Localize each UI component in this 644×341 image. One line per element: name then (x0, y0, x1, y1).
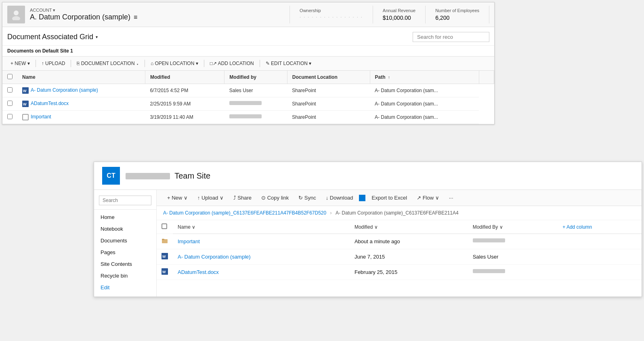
sp-table-row: WA- Datum Corporation (sample)June 7, 20… (157, 249, 642, 265)
sp-col-modified-by[interactable]: Modified By ∨ (468, 220, 558, 234)
col-path[interactable]: Path ↑ (370, 71, 479, 84)
row-modified: 2/25/2015 9:59 AM (145, 97, 224, 111)
sp-add-column[interactable]: + Add column (558, 220, 642, 234)
title-chevron-icon[interactable]: ▾ (96, 35, 98, 39)
sharepoint-panel: CT Team Site Home Notebook Documents Pag… (94, 162, 642, 297)
sp-search-area (94, 193, 156, 210)
account-info: ACCOUNT ▾ A. Datum Corporation (sample) … (30, 8, 285, 21)
svg-rect-7 (162, 224, 167, 229)
sp-row-modified: February 25, 2015 (350, 265, 468, 280)
sp-download-button[interactable]: ↓ Download (322, 193, 357, 202)
row-name: WADatumTest.docx (17, 97, 145, 111)
row-checkbox[interactable] (2, 84, 17, 97)
sp-more-button[interactable]: ··· (445, 193, 457, 202)
doc-location-button[interactable]: ⎘ DOCUMENT LOCATION ▾ (73, 59, 142, 68)
sp-copy-link-button[interactable]: ⊙ Copy link (257, 193, 293, 202)
sidebar-item-edit[interactable]: Edit (94, 282, 156, 293)
sp-file-link[interactable]: ADatumTest.docx (178, 269, 219, 275)
sp-file-link[interactable]: Important (178, 238, 200, 244)
search-input[interactable] (413, 32, 489, 42)
sidebar-item-notebook[interactable]: Notebook (94, 223, 156, 235)
file-link[interactable]: Important (31, 114, 51, 120)
sp-flow-button[interactable]: ↗ Flow ∨ (413, 193, 443, 202)
sp-site-blurred (126, 173, 170, 179)
sidebar-item-site-contents[interactable]: Site Contents (94, 258, 156, 270)
row-modified: 3/19/2019 11:40 AM (145, 111, 224, 124)
sidebar-item-documents[interactable]: Documents (94, 235, 156, 246)
word-icon: W (22, 101, 29, 107)
sp-row-icon-cell (157, 234, 173, 249)
hamburger-icon[interactable]: ≡ (134, 14, 137, 21)
svg-text:W: W (23, 89, 27, 93)
col-modified[interactable]: Modified (145, 71, 224, 84)
file-link[interactable]: A- Datum Corporation (sample) (31, 87, 98, 93)
add-location-button[interactable]: □↗ ADD LOCATION (207, 59, 257, 68)
sp-body: Home Notebook Documents Pages Site Conte… (94, 190, 642, 297)
sp-sync-button[interactable]: ↻ Sync (294, 193, 320, 202)
sp-header: CT Team Site (94, 162, 642, 190)
col-name[interactable]: Name (17, 71, 145, 84)
table-header-row: Name Modified Modified by Document Locat… (2, 71, 494, 84)
new-button[interactable]: + NEW ▾ (7, 59, 33, 68)
sp-toolbar: + New ∨ ↑ Upload ∨ ⤴ Share ⊙ Copy link ↻… (157, 190, 642, 206)
sidebar-item-home[interactable]: Home (94, 211, 156, 223)
row-doc-location: SharePoint (287, 84, 370, 97)
row-checkbox[interactable] (2, 111, 17, 124)
sp-blurred-user (473, 238, 505, 242)
toolbar-separator (36, 60, 36, 67)
col-modified-by[interactable]: Modified by (224, 71, 287, 84)
doc-site-bar: Documents on Default Site 1 (2, 46, 494, 57)
header-stats: Ownership · · · · · · · · · · · · · · · … (289, 6, 489, 23)
table-row: WA- Datum Corporation (sample)6/7/2015 4… (2, 84, 494, 97)
sp-share-button[interactable]: ⤴ Share (229, 193, 256, 202)
account-name: A. Datum Corporation (sample) ≡ (30, 13, 285, 21)
row-path: A- Datum Corporation (sam... (370, 84, 479, 97)
sp-row-name: ADatumTest.docx (173, 265, 350, 280)
file-icon-header (162, 223, 167, 229)
sp-row-extra (558, 234, 642, 249)
sp-word-icon: W (162, 268, 168, 275)
sp-row-extra (558, 249, 642, 265)
sp-blurred-user (473, 269, 505, 273)
sp-row-name: Important (173, 234, 350, 249)
avatar (7, 6, 25, 23)
col-doc-location[interactable]: Document Location (287, 71, 370, 84)
sp-row-modified-by: Sales User (468, 249, 558, 265)
sp-folder-icon (162, 238, 168, 244)
sp-upload-button[interactable]: ↑ Upload ∨ (193, 193, 228, 202)
sp-search-input[interactable] (99, 196, 151, 205)
row-checkbox[interactable] (2, 97, 17, 111)
ownership-stat: Ownership · · · · · · · · · · · · · · · … (290, 6, 373, 23)
row-modified-by (224, 97, 287, 111)
toolbar-separator (71, 60, 71, 67)
sp-row-name: A- Datum Corporation (sample) (173, 249, 350, 265)
word-icon: W (22, 87, 29, 94)
svg-rect-6 (23, 114, 28, 120)
sp-table-header-row: Name ∨ Modified ∨ Modified By ∨ + Add co… (157, 220, 642, 234)
open-location-button[interactable]: ⌂ OPEN LOCATION ▾ (147, 59, 201, 68)
file-link[interactable]: ADatumTest.docx (31, 101, 69, 106)
toolbar-separator (204, 60, 204, 67)
sp-export-excel-button[interactable]: Export to Excel (368, 193, 411, 202)
breadcrumb-separator: › (330, 210, 333, 216)
sidebar-item-pages[interactable]: Pages (94, 246, 156, 258)
upload-button[interactable]: ↑ UPLOAD (38, 59, 69, 68)
sp-new-button[interactable]: + New ∨ (163, 193, 192, 202)
edit-location-button[interactable]: ✎ EDIT LOCATION ▾ (262, 59, 315, 68)
doc-toolbar: + NEW ▾ ↑ UPLOAD ⎘ DOCUMENT LOCATION ▾ ⌂… (2, 57, 494, 71)
doc-grid-title: Document Associated Grid ▾ (7, 33, 98, 41)
select-all-checkbox[interactable] (2, 71, 17, 84)
doc-grid-header: Document Associated Grid ▾ (2, 27, 494, 46)
employees-stat: Number of Employees 6,200 (426, 6, 489, 23)
sp-row-modified-by (468, 265, 558, 280)
breadcrumb-link-1[interactable]: A- Datum Corporation (sample)_C6137E6FEA… (163, 210, 326, 216)
svg-text:W: W (162, 270, 166, 274)
sp-row-icon-cell: W (157, 249, 173, 265)
sp-main: + New ∨ ↑ Upload ∨ ⤴ Share ⊙ Copy link ↻… (157, 190, 642, 297)
sp-col-modified[interactable]: Modified ∨ (350, 220, 468, 234)
toolbar-separator (260, 60, 260, 67)
sp-col-name[interactable]: Name ∨ (173, 220, 350, 234)
sp-file-link[interactable]: A- Datum Corporation (sample) (178, 254, 251, 260)
sidebar-item-recycle-bin[interactable]: Recycle bin (94, 270, 156, 282)
svg-text:W: W (23, 102, 27, 106)
